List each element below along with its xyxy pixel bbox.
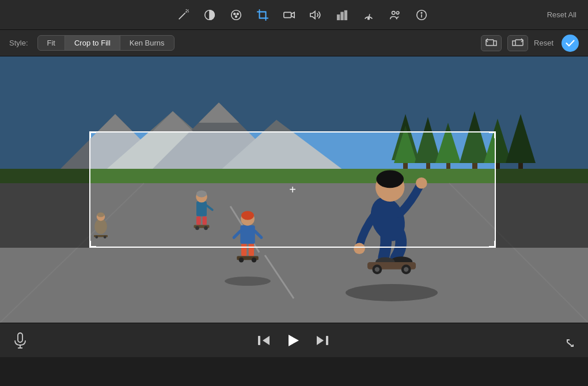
bottom-right-controls [559,334,574,347]
svg-rect-58 [203,217,207,225]
svg-point-8 [235,16,237,17]
speedometer-icon[interactable] [361,7,377,23]
svg-rect-57 [196,217,201,225]
svg-point-88 [225,277,271,286]
svg-rect-12 [341,12,343,20]
svg-point-16 [396,12,399,14]
svg-rect-10 [284,12,291,17]
svg-point-64 [204,226,208,230]
svg-point-85 [375,267,380,271]
svg-rect-9 [259,12,265,18]
svg-point-54 [95,236,98,239]
rotate-left-button[interactable] [481,35,502,51]
confirm-button[interactable] [562,35,579,52]
rotate-right-button[interactable] [507,35,528,51]
overlay-top [0,56,588,131]
svg-rect-93 [258,336,260,345]
bar-chart-icon[interactable] [334,7,350,23]
toolbar-icons [58,7,547,23]
overlay-right [496,131,588,248]
video-area[interactable]: + [0,56,588,323]
svg-point-73 [239,258,244,263]
magic-wand-icon[interactable] [175,7,191,23]
svg-rect-96 [326,336,328,345]
svg-rect-66 [249,243,254,256]
svg-point-74 [252,258,257,263]
fit-button[interactable]: Fit [38,36,65,50]
svg-point-79 [376,170,404,188]
svg-marker-92 [263,336,270,345]
svg-point-50 [94,219,107,234]
svg-marker-95 [317,336,324,345]
svg-marker-94 [289,335,299,346]
svg-rect-20 [486,40,494,46]
ken-burns-button[interactable]: Ken Burns [120,36,174,50]
crop-to-fill-button[interactable]: Crop to Fill [65,36,120,50]
svg-point-7 [237,13,238,14]
svg-rect-67 [240,225,255,244]
svg-rect-56 [196,201,207,216]
info-icon[interactable] [414,7,430,23]
svg-point-76 [354,243,365,254]
people-icon[interactable] [387,7,403,23]
style-button-group: Fit Crop to Fill Ken Burns [37,35,174,51]
top-toolbar: Reset All [0,0,588,30]
microphone-button[interactable] [14,332,26,349]
svg-point-14 [367,18,369,20]
skip-forward-button[interactable] [316,335,329,346]
playback-controls [257,334,329,347]
style-right-controls: Reset [481,35,579,52]
svg-rect-65 [241,243,246,256]
svg-point-86 [404,267,408,271]
style-label: Style: [9,39,28,47]
svg-line-97 [567,342,573,347]
svg-rect-21 [515,40,523,46]
reset-button[interactable]: Reset [534,39,553,47]
svg-line-3 [187,9,188,10]
contrast-icon[interactable] [202,7,218,23]
svg-line-0 [179,13,185,19]
svg-point-63 [195,226,199,230]
svg-rect-11 [337,15,340,20]
svg-point-6 [234,13,236,14]
fullscreen-button[interactable] [559,334,574,347]
bottom-bar [0,323,588,357]
audio-icon[interactable] [308,7,324,23]
crop-icon[interactable] [255,7,271,23]
svg-point-87 [346,284,438,301]
style-bar: Style: Fit Crop to Fill Ken Burns Reset [0,30,588,56]
skip-back-button[interactable] [257,335,270,346]
color-palette-icon[interactable] [228,7,244,23]
svg-point-52 [97,212,104,217]
svg-point-77 [416,177,427,189]
svg-point-5 [232,10,241,20]
video-camera-icon[interactable] [281,7,297,23]
bottom-left-controls [14,332,26,349]
svg-point-55 [104,236,107,239]
play-button[interactable] [286,334,300,347]
reset-all-button[interactable]: Reset All [547,10,576,19]
svg-rect-13 [344,10,347,20]
svg-point-15 [392,11,395,14]
svg-point-19 [421,12,422,13]
svg-point-69 [241,211,254,220]
svg-rect-89 [18,333,22,342]
svg-point-60 [196,191,207,198]
overlay-left [0,131,89,248]
